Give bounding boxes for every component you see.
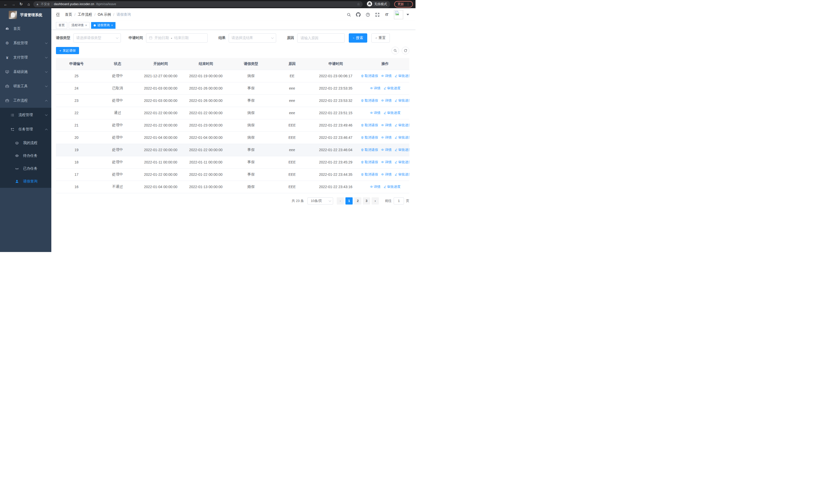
breadcrumb-item[interactable]: 工作流程 <box>78 12 92 17</box>
breadcrumb-item[interactable]: 首页 <box>65 12 72 17</box>
leave-type-select[interactable]: 请选择请假类型 <box>74 33 121 42</box>
sidebar-item-infra[interactable]: 基础设施 <box>0 65 51 79</box>
tab-process-detail[interactable]: 流程详情 × <box>69 22 90 29</box>
table-row[interactable]: 19处理中2022-01-22 00:00:002022-01-22 00:00… <box>56 144 409 156</box>
cancel-action-link[interactable]: 取消请假 <box>361 73 378 78</box>
page-button[interactable]: 1 <box>345 197 353 205</box>
detail-action-link[interactable]: 详情 <box>381 123 392 127</box>
detail-action-link[interactable]: 详情 <box>381 172 392 177</box>
progress-action-link[interactable]: 审批进度 <box>395 98 409 103</box>
detail-action-link[interactable]: 详情 <box>381 73 392 78</box>
cancel-action-link[interactable]: 取消请假 <box>361 160 378 165</box>
table-row[interactable]: 20处理中2022-01-04 00:00:002022-01-04 00:00… <box>56 131 409 144</box>
sidebar-item-task-mgmt[interactable]: 任务管理 <box>0 122 51 137</box>
reason-input[interactable] <box>297 33 345 42</box>
page-size-select[interactable]: 10条/页 <box>308 197 333 205</box>
table-cell: 通过 <box>97 107 138 119</box>
logo-row[interactable]: 芋道管理系统 <box>0 8 51 22</box>
sidebar-item-payment[interactable]: ¥ 支付管理 <box>0 50 51 65</box>
table-cell: 2022-01-11 00:00:00 <box>138 156 183 168</box>
cancel-action-link[interactable]: 取消请假 <box>361 148 378 152</box>
search-button[interactable]: 搜索 <box>349 33 367 42</box>
reset-button[interactable]: 重置 <box>371 33 390 42</box>
github-icon[interactable] <box>356 12 361 17</box>
page-button[interactable]: 2 <box>354 197 361 205</box>
table-row[interactable]: 25处理中2021-12-27 00:00:002022-01-19 00:00… <box>56 70 409 82</box>
close-icon[interactable]: × <box>85 24 87 27</box>
forward-icon[interactable]: → <box>10 1 17 7</box>
sidebar-item-process-mgmt[interactable]: 流程管理 <box>0 108 51 122</box>
detail-action-link[interactable]: 详情 <box>381 148 392 152</box>
table-row[interactable]: 17处理中2022-01-22 00:00:002022-01-22 00:00… <box>56 168 409 181</box>
cancel-action-link[interactable]: 取消请假 <box>361 98 378 103</box>
detail-action-link[interactable]: 详情 <box>381 160 392 165</box>
screen: ← → ↻ ⌂ ▲ 不安全 dashboard.yudao.iocoder.cn… <box>0 0 416 252</box>
table-row[interactable]: 18处理中2022-01-11 00:00:002022-01-11 00:00… <box>56 156 409 168</box>
sidebar-item-devtools[interactable]: 研发工具 <box>0 79 51 93</box>
caret-down-icon[interactable] <box>406 14 409 16</box>
font-size-icon[interactable]: tT <box>384 12 389 17</box>
progress-action-link[interactable]: 审批进度 <box>395 172 409 177</box>
progress-action-link[interactable]: 审批进度 <box>395 123 409 127</box>
reload-icon[interactable]: ↻ <box>18 1 24 7</box>
detail-action-link[interactable]: 详情 <box>381 98 392 103</box>
prev-page-icon[interactable]: ‹ <box>337 197 344 205</box>
cancel-action-link[interactable]: 取消请假 <box>361 123 378 127</box>
create-leave-button[interactable]: + 发起请假 <box>56 47 79 54</box>
goto-page-input[interactable] <box>394 197 404 205</box>
row-actions: 取消请假详情审批进度 <box>361 156 409 168</box>
goto-page-suffix: 页 <box>406 199 409 203</box>
fullscreen-icon[interactable] <box>375 12 379 17</box>
sidebar-item-workflow[interactable]: 工作流程 <box>0 93 51 108</box>
back-icon[interactable]: ← <box>3 1 9 7</box>
table-row[interactable]: 23处理中2022-01-03 00:00:002022-01-26 00:00… <box>56 94 409 107</box>
detail-action-link[interactable]: 详情 <box>381 135 392 140</box>
apply-time-range-picker[interactable]: 开始日期 - 结束日期 <box>146 33 208 42</box>
sidebar-item-done-tasks[interactable]: 已办任务 <box>0 162 51 175</box>
tab-leave-query[interactable]: 请假查询 × <box>91 22 115 29</box>
star-icon[interactable]: ☆ <box>357 2 360 6</box>
page-button[interactable]: 3 <box>363 197 370 205</box>
sidebar-item-home[interactable]: 首页 <box>0 22 51 36</box>
result-select[interactable]: 请选择流结果 <box>229 33 276 42</box>
avatar[interactable] <box>394 10 403 19</box>
detail-action-link[interactable]: 详情 <box>370 86 381 91</box>
sidebar-item-my-process[interactable]: 我的流程 <box>0 137 51 149</box>
progress-action-link[interactable]: 审批进度 <box>395 148 409 152</box>
show-search-icon[interactable] <box>391 47 399 54</box>
help-icon[interactable] <box>366 12 370 17</box>
warning-icon[interactable]: ▲ <box>36 2 39 6</box>
progress-action-link[interactable]: 审批进度 <box>383 184 401 189</box>
cancel-action-link[interactable]: 取消请假 <box>361 172 378 177</box>
breadcrumb-item[interactable]: OA 示例 <box>98 12 111 17</box>
progress-action-link[interactable]: 审批进度 <box>383 111 401 115</box>
update-button[interactable]: 更新 ⋮ <box>394 1 413 7</box>
sidebar-item-system[interactable]: ⚙ 系统管理 <box>0 36 51 50</box>
tree-icon <box>10 127 15 131</box>
progress-action-link[interactable]: 审批进度 <box>395 73 409 78</box>
url-bar[interactable]: ▲ 不安全 dashboard.yudao.iocoder.cn/bpm/oa/… <box>33 1 363 7</box>
tab-home[interactable]: 首页 <box>56 22 67 29</box>
more-dots-icon[interactable]: ⋮ <box>406 2 409 6</box>
sidebar-item-todo-tasks[interactable]: 待办任务 <box>0 149 51 162</box>
progress-action-link[interactable]: 审批进度 <box>383 86 401 91</box>
table-cell: EEE <box>274 156 311 168</box>
sidebar-item-leave-query[interactable]: 请假查询 <box>0 175 51 188</box>
progress-action-link[interactable]: 审批进度 <box>395 160 409 165</box>
table-row[interactable]: 16不通过2022-01-04 00:00:002022-01-13 00:00… <box>56 181 409 193</box>
sidebar-fold-icon[interactable] <box>55 12 61 18</box>
table-row[interactable]: 24已取消2022-01-03 00:00:002022-01-26 00:00… <box>56 82 409 94</box>
col-header: 申请时间 <box>311 58 361 70</box>
home-icon[interactable]: ⌂ <box>26 1 32 7</box>
progress-action-link[interactable]: 审批进度 <box>395 135 409 140</box>
refresh-icon[interactable] <box>402 47 409 54</box>
table-row[interactable]: 21处理中2022-01-22 00:00:002022-01-23 00:00… <box>56 119 409 131</box>
page-size-value: 10条/页 <box>311 199 322 203</box>
search-icon[interactable] <box>346 12 351 17</box>
cancel-action-link[interactable]: 取消请假 <box>361 135 378 140</box>
close-icon[interactable]: × <box>111 24 113 27</box>
detail-action-link[interactable]: 详情 <box>370 184 381 189</box>
detail-action-link[interactable]: 详情 <box>370 111 381 115</box>
table-row[interactable]: 22通过2022-01-22 00:00:002022-01-22 00:00:… <box>56 107 409 119</box>
next-page-icon[interactable]: › <box>372 197 379 205</box>
